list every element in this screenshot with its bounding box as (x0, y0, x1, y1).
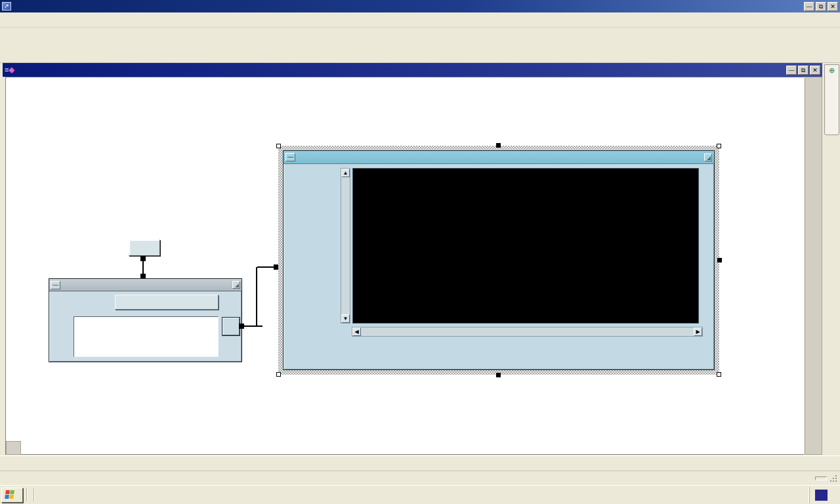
exec-mode-box (815, 476, 827, 480)
start-output-terminal[interactable] (140, 256, 146, 261)
xy-trace-selection-hatch[interactable]: — ▲ ▼ ◀ ▶ (278, 146, 719, 375)
from-file-filename-button[interactable] (115, 295, 219, 310)
instrument-manager-panel[interactable]: ⊕ (824, 64, 839, 135)
scroll-left-arrow[interactable]: ◀ (352, 327, 361, 336)
scroll-up-arrow[interactable]: ▲ (341, 169, 350, 177)
from-file-title-bar[interactable]: — (49, 279, 242, 291)
plot-vertical-scrollbar[interactable]: ▲ ▼ (341, 168, 350, 324)
scroll-down-arrow[interactable]: ▼ (341, 314, 350, 323)
uf-restore-button[interactable]: ⧉ (798, 66, 808, 75)
wire-data-h1 (243, 326, 262, 327)
taskbar (0, 485, 840, 504)
close-button[interactable]: ✕ (828, 2, 838, 11)
xy-trace-title-bar[interactable]: — (284, 151, 714, 164)
selection-handle-rm[interactable] (717, 258, 722, 262)
uf-minimize-button[interactable]: — (786, 66, 797, 75)
selection-handle-tm[interactable] (496, 143, 501, 148)
uf-close-button[interactable]: ✕ (810, 66, 820, 75)
selection-handle-bl[interactable] (276, 372, 281, 377)
wire-data-v (256, 267, 257, 327)
userfunction-window-icon: ≡◆ (5, 66, 14, 74)
from-file-x-output-pin[interactable] (222, 318, 240, 335)
from-file-object[interactable]: — (49, 278, 242, 362)
bottom-tab-bar (0, 455, 840, 471)
from-file-resize-icon[interactable] (232, 281, 240, 289)
taskbar-separator2 (33, 488, 34, 501)
plot-area[interactable] (352, 168, 699, 324)
scroll-right-arrow[interactable]: ▶ (694, 327, 702, 336)
xy-trace-minimize-icon[interactable]: — (285, 153, 295, 161)
taskbar-separator (26, 488, 27, 501)
plot-horizontal-scrollbar[interactable]: ◀ ▶ (352, 327, 703, 337)
from-file-minimize-icon[interactable]: — (51, 281, 60, 289)
transaction-list[interactable] (74, 316, 219, 357)
wire-start-fromfile (142, 261, 144, 274)
selection-handle-bm[interactable] (496, 373, 501, 377)
main-title-bar[interactable]: ↗ — ⧉ ✕ (0, 0, 840, 12)
resize-grip[interactable] (830, 474, 837, 482)
minimize-button[interactable]: — (804, 2, 814, 11)
restore-button[interactable]: ⧉ (816, 2, 826, 11)
status-bar (0, 471, 840, 485)
workspace-canvas[interactable]: — — ▲ ▼ (5, 77, 804, 455)
selection-handle-tr[interactable] (717, 144, 721, 148)
start-object[interactable] (129, 240, 160, 256)
language-indicator[interactable] (815, 490, 828, 501)
app-icon: ↗ (2, 2, 11, 10)
canvas-scroll-corner (6, 441, 21, 455)
xy-trace-object[interactable]: — ▲ ▼ ◀ ▶ (283, 150, 715, 370)
start-menu-button[interactable] (1, 488, 23, 503)
selection-handle-br[interactable] (717, 372, 721, 377)
instrument-manager-icon: ⊕ (829, 66, 835, 75)
canvas-vertical-scrollbar[interactable] (805, 77, 822, 455)
userfunction-title-bar[interactable]: ≡◆ — ⧉ ✕ (3, 63, 822, 77)
toolbar-data-display (0, 45, 840, 63)
xy-trace-resize-icon[interactable] (704, 154, 712, 161)
menu-bar (0, 12, 840, 28)
trace1-color-swatch (289, 287, 315, 288)
selection-handle-tl[interactable] (276, 144, 281, 148)
toolbar-standard (0, 28, 840, 45)
system-tray (809, 487, 839, 503)
windows-logo-icon (5, 490, 15, 499)
